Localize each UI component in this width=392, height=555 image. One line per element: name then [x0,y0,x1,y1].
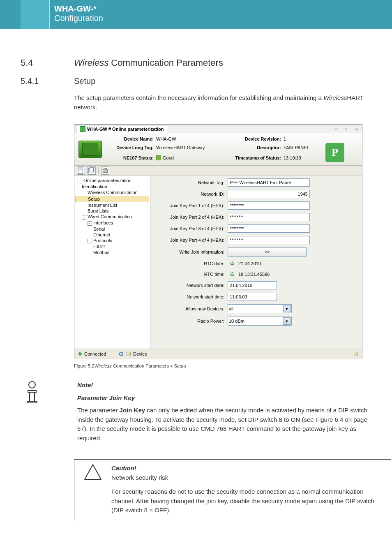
refresh-icon[interactable] [229,271,235,277]
timestamp-label: Timestamp of Status: [226,155,284,160]
tab-controls[interactable]: ◁ ▷ ✕ [334,126,360,132]
collapse-icon[interactable]: - [82,215,86,220]
join-key-1-input[interactable] [228,201,310,210]
network-id-input[interactable] [228,190,310,198]
allow-new-devices-value: all [229,306,233,311]
chevron-down-icon: ▾ [283,305,291,312]
tree-instrument-list[interactable]: Instrument List [75,202,149,208]
tree-setup[interactable]: Setup [75,196,149,202]
svg-rect-1 [79,169,82,169]
collapse-icon[interactable]: - [78,179,82,183]
toolbar-button-1[interactable] [77,166,85,175]
network-id-label: Network ID: [154,192,228,197]
collapse-icon[interactable]: - [88,221,92,226]
tree-identification[interactable]: Identification [75,184,149,190]
join-key-2-label: Join Key Part 2 of 4 (HEX): [154,215,228,220]
note-heading: Note! [77,381,371,390]
network-tag-input[interactable] [228,178,310,187]
join-key-2-input[interactable] [228,213,310,221]
radio-power-select[interactable]: 10 dBm ▾ [228,317,292,326]
screenshot-tab[interactable]: WHA-GW # Online parameterization [76,125,167,133]
chevron-down-icon: ▾ [283,317,291,325]
note-body-bold: Join Key [120,407,145,414]
caution-box: Caution! Network security risk For secur… [74,459,391,521]
figcap-prefix: Figure 5.2 [74,363,95,368]
network-start-date-label: Network start date: [154,283,228,288]
subsection-heading: 5.4.1 Setup [21,76,371,86]
device-revision-label: Device Revision: [226,136,284,141]
tree-wired-comm[interactable]: -Wired Communication [75,214,149,220]
device-long-tag-value: WirelessHART Gateway [156,145,226,150]
tree-protocols[interactable]: -Protocols [75,238,149,244]
print-icon [101,167,109,174]
device-icon [126,351,131,357]
join-key-4-label: Join Key Part 4 of 4 (HEX): [154,238,228,243]
tree-ethernet[interactable]: Ethernet [75,232,149,238]
network-start-time-label: Network start time: [154,294,228,299]
setup-form: Network Tag: Network ID: Join Key Part 1… [150,176,362,349]
ne107-label: NE107 Status: [107,155,156,160]
tree-wireless-comm[interactable]: -Wireless Communication [75,190,149,196]
toolbar-button-3[interactable] [101,166,109,175]
tree-burst-lists[interactable]: Burst Lists [75,208,149,214]
page-footer: P PEPPERL+FUCHS 49 [0,538,392,555]
rtc-date-label: RTC date: [154,261,228,266]
svg-point-8 [121,354,122,355]
tab-device-icon [80,126,85,132]
intro-a: The setup parameters contain the necessa… [74,94,323,101]
rtc-time-label: RTC time: [154,272,228,277]
status-connected-text: Connected [84,352,106,356]
allow-new-devices-select[interactable]: all ▾ [228,304,292,313]
radio-power-value: 10 dBm [229,319,244,324]
screenshot-main: -Online parameterization Identification … [74,176,362,349]
section-heading: 5.4 Wireless Communication Parameters [21,58,371,68]
note-text: Note! Parameter Join Key The parameter J… [77,381,371,443]
status-connected: Connected [78,352,106,356]
tree-hart[interactable]: HART [75,244,149,250]
allow-new-devices-label: Allow new Devices: [154,306,228,311]
header-text: WHA-GW-* Configuration [50,0,103,23]
network-start-time-input[interactable] [228,293,277,301]
svg-rect-6 [104,168,107,169]
device-long-tag-label: Device Long Tag: [107,145,156,150]
tree-modbus[interactable]: Modbus [75,250,149,255]
nav-tree: -Online parameterization Identification … [74,176,150,349]
device-small-icon [353,351,359,357]
collapse-icon[interactable]: - [82,191,86,195]
tree-serial[interactable]: Serial [75,226,149,232]
toolbar-button-2[interactable] [88,166,96,175]
note-body-a: The parameter [77,407,120,414]
status-device-text: Device [133,352,147,356]
collapse-icon[interactable]: - [88,239,92,243]
status-device: Device [118,351,147,357]
plug-icon [78,352,83,356]
timestamp-value: 13:10:19 [284,155,323,160]
device-name-label: Device Name: [107,136,156,141]
join-key-4-input[interactable] [228,236,310,244]
header-line1: WHA-GW-* [54,4,103,14]
tab-title: WHA-GW # Online parameterization [87,127,164,132]
svg-rect-15 [30,392,35,401]
pages-icon [88,167,95,174]
tree-root[interactable]: -Online parameterization [75,178,149,184]
network-start-date-input[interactable] [228,281,277,289]
device-revision-value: 1 [284,136,323,141]
network-tag-label: Network Tag: [154,180,228,185]
section-title: Wireless Communication Parameters [74,58,223,68]
svg-rect-12 [355,353,357,355]
caution-sub: Network security risk [111,473,386,483]
join-key-3-input[interactable] [228,224,310,233]
device-name-value: WHA-GW [156,136,226,141]
gear-icon [118,351,124,357]
header-line2: Configuration [54,14,103,23]
write-join-button[interactable]: >> [228,247,307,257]
caution-body: For security reasons do not to use the s… [111,487,386,515]
section-title-italic: Wireless [74,58,108,68]
screenshot-statusbar: Connected Device [74,349,362,359]
refresh-icon[interactable] [229,261,235,266]
device-image-icon [78,141,102,158]
descriptor-label: Descriptor: [226,145,284,150]
rtc-time-value [237,271,285,278]
tree-interfaces[interactable]: -Interfaces [75,220,149,226]
svg-rect-5 [103,170,107,173]
